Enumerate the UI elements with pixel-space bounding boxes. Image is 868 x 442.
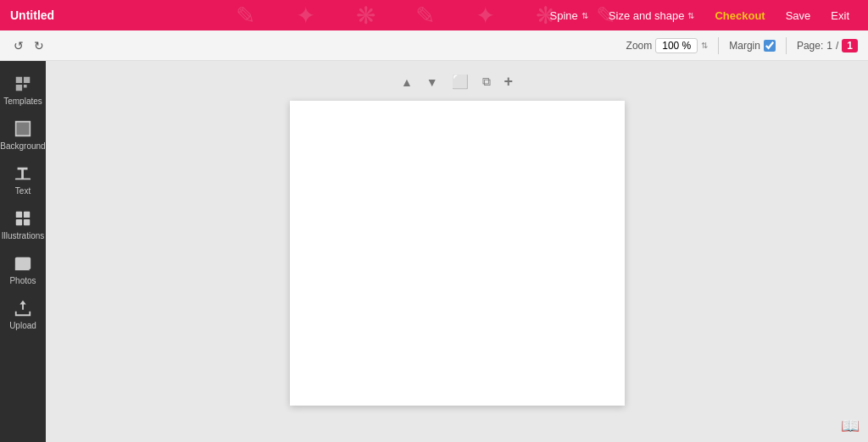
top-bar-actions: Spine ⇅ Size and shape ⇅ Checkout Save E… [542, 7, 858, 25]
save-button[interactable]: Save [777, 7, 820, 25]
zoom-label: Zoom [626, 40, 653, 52]
undo-redo-group: ↺ ↻ [10, 37, 47, 54]
canvas-area: ▲ ▼ ⬜ ⧉ + 📖 [46, 61, 868, 442]
zoom-input[interactable] [655, 38, 698, 53]
sidebar-item-templates[interactable]: Templates [0, 68, 46, 113]
templates-icon [14, 75, 32, 93]
photos-icon [14, 254, 32, 273]
margin-label: Margin [729, 40, 760, 52]
sidebar-item-photos[interactable]: Photos [0, 247, 46, 292]
page-total-badge: 1 [842, 39, 858, 52]
toolbar: ↺ ↻ Zoom ⇅ Margin Page: 1 / 1 [0, 30, 868, 61]
undo-button[interactable]: ↺ [10, 37, 27, 54]
toolbar-separator-2 [786, 37, 787, 54]
app-title: Untitled [10, 8, 54, 22]
size-and-shape-button[interactable]: Size and shape ⇅ [600, 7, 704, 25]
sidebar-item-upload[interactable]: Upload [0, 292, 46, 337]
page-up-button[interactable]: ▲ [397, 74, 417, 91]
page-slash: / [836, 40, 838, 52]
page-add-button[interactable]: + [500, 71, 518, 92]
svg-rect-3 [16, 219, 22, 225]
page-current: 1 [826, 40, 832, 52]
sidebar-item-illustrations[interactable]: Illustrations [0, 202, 46, 247]
spine-button[interactable]: Spine ⇅ [542, 7, 597, 25]
book-icon: 📖 [841, 417, 860, 435]
toolbar-separator-1 [718, 37, 719, 54]
redo-button[interactable]: ↻ [31, 37, 47, 54]
sidebar-item-background[interactable]: Background [0, 113, 46, 157]
page-label: Page: [797, 40, 823, 52]
main-area: Templates Background Text Illustrat [0, 61, 868, 442]
page-down-button[interactable]: ▼ [422, 74, 442, 91]
sidebar: Templates Background Text Illustrat [0, 61, 46, 442]
illustrations-icon [14, 209, 32, 228]
top-bar: Untitled ✎ ✦ ❋ ✎ ✦ ❋ ✎ Spine ⇅ Size and … [0, 0, 868, 30]
page-delete-button[interactable]: ⬜ [448, 72, 473, 91]
size-shape-arrow-icon: ⇅ [687, 11, 694, 20]
sidebar-photos-label: Photos [9, 276, 36, 285]
sidebar-upload-label: Upload [9, 321, 36, 330]
page-control: Page: 1 / 1 [797, 39, 858, 52]
sidebar-item-text[interactable]: Text [0, 157, 46, 202]
sidebar-templates-label: Templates [3, 97, 42, 106]
svg-point-6 [18, 260, 22, 264]
sidebar-background-label: Background [0, 141, 45, 151]
page-floating-toolbar: ▲ ▼ ⬜ ⧉ + [397, 71, 517, 92]
upload-icon [14, 299, 32, 318]
sidebar-text-label: Text [15, 186, 31, 196]
svg-rect-2 [24, 212, 30, 218]
page-duplicate-button[interactable]: ⧉ [478, 73, 495, 91]
spine-arrow-icon: ⇅ [581, 11, 588, 20]
checkout-button[interactable]: Checkout [706, 7, 773, 25]
svg-rect-0 [15, 179, 31, 180]
zoom-arrow-icon: ⇅ [701, 41, 708, 50]
sidebar-illustrations-label: Illustrations [2, 231, 45, 240]
margin-control: Margin [729, 40, 776, 52]
svg-rect-1 [16, 212, 22, 218]
background-icon [14, 119, 32, 138]
zoom-control: Zoom ⇅ [626, 38, 709, 53]
text-icon [14, 164, 32, 183]
margin-checkbox[interactable] [764, 40, 776, 52]
svg-rect-4 [24, 219, 30, 225]
exit-button[interactable]: Exit [822, 7, 858, 25]
document-page[interactable] [290, 101, 625, 406]
